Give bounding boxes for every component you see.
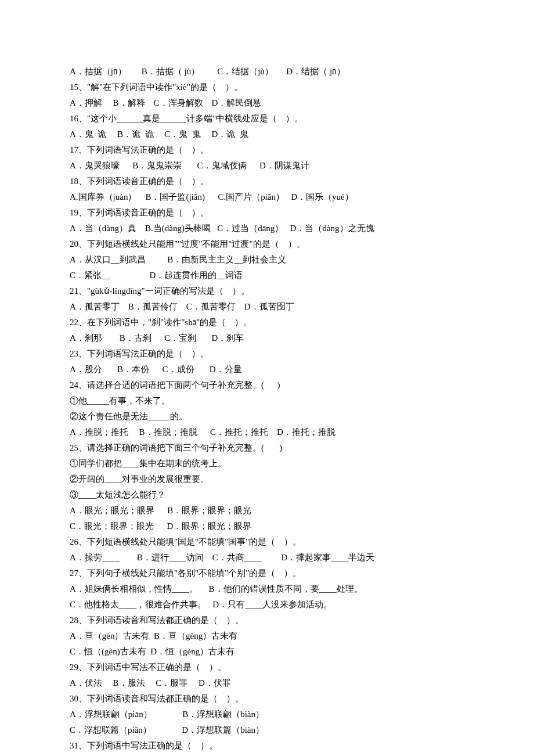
text-line: 15、"解"在下列词语中读作"xiè"的是（ ）。 <box>70 80 464 95</box>
text-line: A．刹那 B．古刹 C．宝刹 D．刹车 <box>70 330 464 346</box>
text-line: ①同学们都把____集中在期末的统考上。 <box>70 456 464 471</box>
text-line: A．孤苦零丁 B．孤苦伶仃 C．孤苦零仃 D．孤苦囹丁 <box>70 299 464 315</box>
text-line: A．押解 B．解释 C．浑身解数 D．解民倒悬 <box>70 95 464 111</box>
document-page: A．拮据（jū） B．拮据（ jù） C．结据（jù） D．结据（ jū） 15… <box>0 0 534 756</box>
text-line: 18、下列词语读音正确的是（ ）。 <box>70 174 464 189</box>
text-line: A．从汉口__到武昌 B．由新民主主义__到社会主义 <box>70 252 464 268</box>
text-line: A．推脱；推托 B．推脱；推脱 C．推托；推托 D．推托；推脱 <box>70 424 464 440</box>
text-line: A．鬼哭狼嚎 B．鬼鬼崇崇 C．鬼域伎俩 D．阴谋鬼计 <box>70 158 464 174</box>
text-line: ②开阔的____对事业的发展很重要。 <box>70 471 464 487</box>
text-line: A．拮据（jū） B．拮据（ jù） C．结据（jù） D．结据（ jū） <box>70 64 464 80</box>
text-line: 24、请选择合适的词语把下面两个句子补充完整。( ) <box>70 377 464 393</box>
text-line: 27、下列句子横线处只能填"各别"不能填"个别"的是（ ）。 <box>70 566 464 581</box>
text-line: A．亘（gèn）古未有 B．亘（gèng）古未有 <box>70 628 464 644</box>
text-line: A．鬼 诡 B．诡 诡 C．鬼 鬼 D．诡 鬼 <box>70 127 464 142</box>
text-line: ②这个责任他是无法_____的。 <box>70 409 464 424</box>
text-line: C．浮想联篇（piān） D．浮想联篇（biàn） <box>70 722 464 738</box>
text-line: 23、下列词语写法正确的是（ ）。 <box>70 346 464 362</box>
text-line: C．他性格太____，很难合作共事。 D．只有____人没来参加活动。 <box>70 597 464 613</box>
text-line: 29、下列词语中写法不正确的是（ ）。 <box>70 660 464 675</box>
text-line: 22、在下列词语中，"刹"读作"shā"的是（ ）。 <box>70 315 464 330</box>
text-line: C．眼光；眼界；眼光 D．眼界；眼光；眼界 <box>70 519 464 534</box>
text-line: 21、"gūkǔ-língdīng"一词正确的写法是（ ）。 <box>70 283 464 299</box>
text-line: A．姐妹俩长相相似，性情____。 B．他们的错误性质不同，要____处理。 <box>70 581 464 597</box>
text-line: 31、下列词语中写法正确的是（ ）。 <box>70 738 464 754</box>
text-line: C．紧张__ D．起连贯作用的__词语 <box>70 268 464 283</box>
text-line: A．当（dàng）真 B.当(dàng)头棒喝 C．过当（dāng） D．当（d… <box>70 221 464 236</box>
text-line: ③____太短浅怎么能行？ <box>70 487 464 503</box>
text-line: ①他_____有事，不来了。 <box>70 393 464 409</box>
text-line: 30、下列词语读音和写法都正确的是（ ）。 <box>70 691 464 707</box>
text-line: 26、下列短语横线处只能填"国是"不能填"国事"的是（ ）。 <box>70 534 464 550</box>
text-line: 16、"这个小______真是______计多端"中横线处应是（ ）。 <box>70 111 464 127</box>
text-line: 17、下列词语写法正确的是（ ）。 <box>70 142 464 158</box>
text-line: 28、下列词语读音和写法都正确的是（ ）。 <box>70 613 464 628</box>
text-line: C．恒（(gèn)古未有 D．恒（gèng）古未有 <box>70 644 464 660</box>
text-line: 20、下列短语横线处只能用""过度"不能用"过渡"的是（ ）。 <box>70 236 464 252</box>
text-line: A．浮想联翩（piān） B．浮想联翩（biàn） <box>70 707 464 722</box>
text-line: A．伏法 B．服法 C．服罪 D．伏罪 <box>70 675 464 691</box>
text-line: A．眼光；眼光；眼界 B．眼界；眼界；眼光 <box>70 503 464 519</box>
text-line: A.国库券（juàn） B．国子监(jiān) C.国产片（piān） D．国乐… <box>70 189 464 205</box>
text-line: A．操劳____ B．进行____访问 C．共商____ D．撑起家事____半… <box>70 550 464 566</box>
text-line: A．股分 B．本份 C．成份 D．分量 <box>70 362 464 377</box>
text-line: 19、下列词语读音正确的是（ ）。 <box>70 205 464 221</box>
text-line: 25、请选择正确的词语把下面三个句子补充完整。( ) <box>70 440 464 456</box>
